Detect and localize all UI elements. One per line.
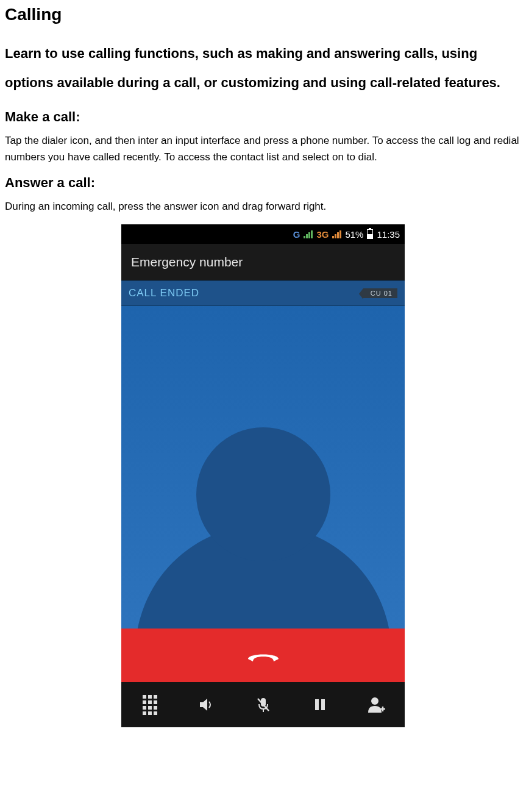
speaker-icon [197,696,216,714]
hold-button[interactable] [308,693,332,717]
page-title: Calling [5,5,521,24]
caller-name: Emergency number [121,244,405,280]
call-status-bar: CALL ENDED CU 01 [121,280,405,306]
status-bar: G 3G 51% 11:35 [121,224,405,244]
make-call-heading: Make a call: [5,109,521,125]
phone-screen: G 3G 51% 11:35 Emergency number CALL END… [121,224,405,727]
svg-rect-3 [315,699,319,710]
screenshot-figure: G 3G 51% 11:35 Emergency number CALL END… [5,224,521,727]
svg-rect-4 [321,699,325,710]
call-toolbar [121,682,405,727]
hangup-button[interactable] [121,629,405,682]
battery-percent: 51% [345,229,363,240]
svg-point-5 [371,697,379,705]
signal-icon [332,230,341,238]
intro-text: Learn to use calling functions, such as … [5,39,521,98]
contact-silhouette-icon [135,397,391,629]
answer-call-body: During an incoming call, press the answe… [5,198,521,215]
mute-icon [254,696,272,714]
sim-badge: CU 01 [363,288,397,298]
speaker-button[interactable] [194,693,219,717]
make-call-body: Tap the dialer icon, and then inter an i… [5,132,521,165]
pause-icon [312,697,328,713]
mute-button[interactable] [251,693,275,717]
dialpad-icon [143,695,157,715]
avatar-area [121,306,405,629]
call-status-label: CALL ENDED [129,287,199,299]
network-g-indicator: G [293,229,300,240]
add-contact-icon [367,696,386,714]
signal-icon [304,230,313,238]
clock-time: 11:35 [377,229,400,240]
answer-call-heading: Answer a call: [5,175,521,191]
phone-hangup-icon [247,648,280,663]
battery-icon [367,229,373,239]
dialpad-button[interactable] [138,693,162,717]
network-3g-indicator: 3G [316,229,329,240]
add-contact-button[interactable] [364,693,389,717]
